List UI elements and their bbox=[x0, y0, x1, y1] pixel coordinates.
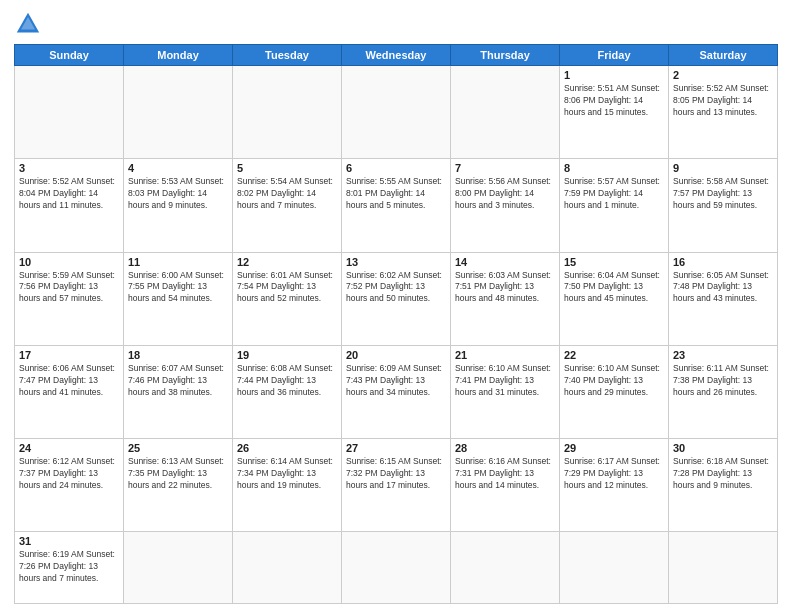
logo bbox=[14, 10, 46, 38]
day-info: Sunrise: 6:03 AM Sunset: 7:51 PM Dayligh… bbox=[455, 270, 555, 306]
day-info: Sunrise: 6:19 AM Sunset: 7:26 PM Dayligh… bbox=[19, 549, 119, 585]
calendar-cell: 22Sunrise: 6:10 AM Sunset: 7:40 PM Dayli… bbox=[560, 345, 669, 438]
day-number: 21 bbox=[455, 349, 555, 361]
day-info: Sunrise: 6:13 AM Sunset: 7:35 PM Dayligh… bbox=[128, 456, 228, 492]
calendar-week-row: 10Sunrise: 5:59 AM Sunset: 7:56 PM Dayli… bbox=[15, 252, 778, 345]
calendar-cell: 17Sunrise: 6:06 AM Sunset: 7:47 PM Dayli… bbox=[15, 345, 124, 438]
day-info: Sunrise: 6:02 AM Sunset: 7:52 PM Dayligh… bbox=[346, 270, 446, 306]
day-number: 22 bbox=[564, 349, 664, 361]
day-number: 30 bbox=[673, 442, 773, 454]
day-number: 16 bbox=[673, 256, 773, 268]
calendar-cell: 30Sunrise: 6:18 AM Sunset: 7:28 PM Dayli… bbox=[669, 439, 778, 532]
weekday-header-saturday: Saturday bbox=[669, 45, 778, 66]
day-info: Sunrise: 5:51 AM Sunset: 8:06 PM Dayligh… bbox=[564, 83, 664, 119]
calendar-cell bbox=[669, 532, 778, 604]
calendar-week-row: 3Sunrise: 5:52 AM Sunset: 8:04 PM Daylig… bbox=[15, 159, 778, 252]
calendar-cell: 23Sunrise: 6:11 AM Sunset: 7:38 PM Dayli… bbox=[669, 345, 778, 438]
calendar-cell: 8Sunrise: 5:57 AM Sunset: 7:59 PM Daylig… bbox=[560, 159, 669, 252]
calendar-cell bbox=[342, 66, 451, 159]
day-number: 19 bbox=[237, 349, 337, 361]
calendar-cell: 13Sunrise: 6:02 AM Sunset: 7:52 PM Dayli… bbox=[342, 252, 451, 345]
day-number: 2 bbox=[673, 69, 773, 81]
day-number: 26 bbox=[237, 442, 337, 454]
day-info: Sunrise: 6:10 AM Sunset: 7:41 PM Dayligh… bbox=[455, 363, 555, 399]
weekday-header-thursday: Thursday bbox=[451, 45, 560, 66]
day-info: Sunrise: 6:18 AM Sunset: 7:28 PM Dayligh… bbox=[673, 456, 773, 492]
day-info: Sunrise: 6:11 AM Sunset: 7:38 PM Dayligh… bbox=[673, 363, 773, 399]
calendar-cell: 2Sunrise: 5:52 AM Sunset: 8:05 PM Daylig… bbox=[669, 66, 778, 159]
calendar-cell: 16Sunrise: 6:05 AM Sunset: 7:48 PM Dayli… bbox=[669, 252, 778, 345]
day-number: 1 bbox=[564, 69, 664, 81]
calendar-cell bbox=[15, 66, 124, 159]
weekday-header-friday: Friday bbox=[560, 45, 669, 66]
calendar-cell bbox=[451, 532, 560, 604]
day-number: 3 bbox=[19, 162, 119, 174]
calendar-cell: 19Sunrise: 6:08 AM Sunset: 7:44 PM Dayli… bbox=[233, 345, 342, 438]
calendar-cell: 1Sunrise: 5:51 AM Sunset: 8:06 PM Daylig… bbox=[560, 66, 669, 159]
day-number: 7 bbox=[455, 162, 555, 174]
day-number: 31 bbox=[19, 535, 119, 547]
day-number: 11 bbox=[128, 256, 228, 268]
day-info: Sunrise: 5:56 AM Sunset: 8:00 PM Dayligh… bbox=[455, 176, 555, 212]
calendar-cell bbox=[560, 532, 669, 604]
day-info: Sunrise: 6:17 AM Sunset: 7:29 PM Dayligh… bbox=[564, 456, 664, 492]
day-info: Sunrise: 6:01 AM Sunset: 7:54 PM Dayligh… bbox=[237, 270, 337, 306]
calendar-cell: 24Sunrise: 6:12 AM Sunset: 7:37 PM Dayli… bbox=[15, 439, 124, 532]
day-info: Sunrise: 5:57 AM Sunset: 7:59 PM Dayligh… bbox=[564, 176, 664, 212]
calendar-cell bbox=[342, 532, 451, 604]
calendar-cell bbox=[233, 66, 342, 159]
day-number: 24 bbox=[19, 442, 119, 454]
calendar-cell: 26Sunrise: 6:14 AM Sunset: 7:34 PM Dayli… bbox=[233, 439, 342, 532]
day-info: Sunrise: 6:06 AM Sunset: 7:47 PM Dayligh… bbox=[19, 363, 119, 399]
day-info: Sunrise: 6:14 AM Sunset: 7:34 PM Dayligh… bbox=[237, 456, 337, 492]
day-number: 28 bbox=[455, 442, 555, 454]
day-number: 4 bbox=[128, 162, 228, 174]
day-number: 6 bbox=[346, 162, 446, 174]
calendar-cell: 6Sunrise: 5:55 AM Sunset: 8:01 PM Daylig… bbox=[342, 159, 451, 252]
day-info: Sunrise: 5:52 AM Sunset: 8:05 PM Dayligh… bbox=[673, 83, 773, 119]
weekday-header-wednesday: Wednesday bbox=[342, 45, 451, 66]
calendar-cell: 20Sunrise: 6:09 AM Sunset: 7:43 PM Dayli… bbox=[342, 345, 451, 438]
calendar-week-row: 31Sunrise: 6:19 AM Sunset: 7:26 PM Dayli… bbox=[15, 532, 778, 604]
day-number: 20 bbox=[346, 349, 446, 361]
calendar-cell: 29Sunrise: 6:17 AM Sunset: 7:29 PM Dayli… bbox=[560, 439, 669, 532]
calendar-cell: 4Sunrise: 5:53 AM Sunset: 8:03 PM Daylig… bbox=[124, 159, 233, 252]
day-number: 9 bbox=[673, 162, 773, 174]
day-number: 8 bbox=[564, 162, 664, 174]
calendar-cell: 27Sunrise: 6:15 AM Sunset: 7:32 PM Dayli… bbox=[342, 439, 451, 532]
calendar-cell: 14Sunrise: 6:03 AM Sunset: 7:51 PM Dayli… bbox=[451, 252, 560, 345]
calendar-cell: 3Sunrise: 5:52 AM Sunset: 8:04 PM Daylig… bbox=[15, 159, 124, 252]
day-info: Sunrise: 6:10 AM Sunset: 7:40 PM Dayligh… bbox=[564, 363, 664, 399]
day-info: Sunrise: 5:52 AM Sunset: 8:04 PM Dayligh… bbox=[19, 176, 119, 212]
calendar-week-row: 24Sunrise: 6:12 AM Sunset: 7:37 PM Dayli… bbox=[15, 439, 778, 532]
day-number: 13 bbox=[346, 256, 446, 268]
day-info: Sunrise: 5:53 AM Sunset: 8:03 PM Dayligh… bbox=[128, 176, 228, 212]
day-info: Sunrise: 5:58 AM Sunset: 7:57 PM Dayligh… bbox=[673, 176, 773, 212]
day-info: Sunrise: 5:54 AM Sunset: 8:02 PM Dayligh… bbox=[237, 176, 337, 212]
day-number: 17 bbox=[19, 349, 119, 361]
calendar-cell: 11Sunrise: 6:00 AM Sunset: 7:55 PM Dayli… bbox=[124, 252, 233, 345]
day-number: 5 bbox=[237, 162, 337, 174]
day-info: Sunrise: 5:55 AM Sunset: 8:01 PM Dayligh… bbox=[346, 176, 446, 212]
calendar-cell: 7Sunrise: 5:56 AM Sunset: 8:00 PM Daylig… bbox=[451, 159, 560, 252]
calendar-week-row: 17Sunrise: 6:06 AM Sunset: 7:47 PM Dayli… bbox=[15, 345, 778, 438]
calendar-cell: 5Sunrise: 5:54 AM Sunset: 8:02 PM Daylig… bbox=[233, 159, 342, 252]
day-info: Sunrise: 6:16 AM Sunset: 7:31 PM Dayligh… bbox=[455, 456, 555, 492]
calendar-cell bbox=[124, 66, 233, 159]
calendar-cell: 9Sunrise: 5:58 AM Sunset: 7:57 PM Daylig… bbox=[669, 159, 778, 252]
calendar-cell: 25Sunrise: 6:13 AM Sunset: 7:35 PM Dayli… bbox=[124, 439, 233, 532]
day-info: Sunrise: 6:15 AM Sunset: 7:32 PM Dayligh… bbox=[346, 456, 446, 492]
weekday-header-sunday: Sunday bbox=[15, 45, 124, 66]
calendar-cell: 15Sunrise: 6:04 AM Sunset: 7:50 PM Dayli… bbox=[560, 252, 669, 345]
day-info: Sunrise: 6:05 AM Sunset: 7:48 PM Dayligh… bbox=[673, 270, 773, 306]
logo-icon bbox=[14, 10, 42, 38]
day-info: Sunrise: 6:09 AM Sunset: 7:43 PM Dayligh… bbox=[346, 363, 446, 399]
calendar-cell bbox=[233, 532, 342, 604]
day-info: Sunrise: 5:59 AM Sunset: 7:56 PM Dayligh… bbox=[19, 270, 119, 306]
day-number: 10 bbox=[19, 256, 119, 268]
day-info: Sunrise: 6:00 AM Sunset: 7:55 PM Dayligh… bbox=[128, 270, 228, 306]
page: SundayMondayTuesdayWednesdayThursdayFrid… bbox=[0, 0, 792, 612]
calendar-week-row: 1Sunrise: 5:51 AM Sunset: 8:06 PM Daylig… bbox=[15, 66, 778, 159]
day-number: 12 bbox=[237, 256, 337, 268]
day-info: Sunrise: 6:04 AM Sunset: 7:50 PM Dayligh… bbox=[564, 270, 664, 306]
